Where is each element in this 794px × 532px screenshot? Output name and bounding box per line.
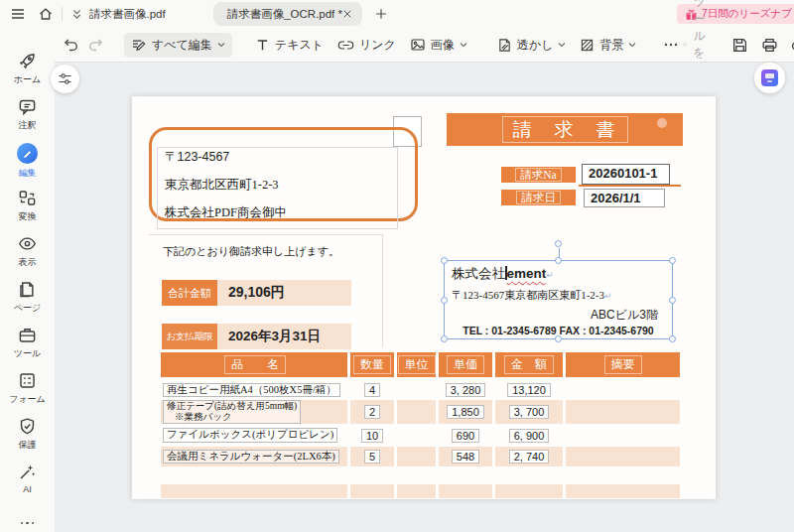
sender-company-line[interactable]: 株式会社ement↵ — [452, 265, 554, 283]
unit-cell[interactable] — [397, 447, 436, 466]
item-name-cell[interactable]: 修正テープ(詰め替え用5mm幅)※業務パック — [161, 400, 347, 424]
close-tab-icon[interactable] — [342, 9, 352, 19]
amount-cell[interactable]: 3, 700 — [495, 400, 563, 424]
menu-icon[interactable] — [10, 6, 26, 22]
save-icon[interactable] — [731, 37, 748, 54]
resize-handle-se[interactable] — [669, 335, 676, 342]
header-unit[interactable]: 単位 — [397, 352, 436, 377]
sender-address-line[interactable]: 〒123-4567東京都南区東町1-2-3↵ — [452, 288, 612, 303]
invoice-date-value[interactable]: 2026/1/1 — [584, 189, 665, 207]
quantity-cell[interactable]: 10 — [350, 426, 394, 445]
sidebar-item-comment[interactable]: 注釈 — [0, 97, 55, 143]
total-value[interactable]: 29,106円 — [228, 284, 285, 302]
note-cell[interactable] — [566, 426, 680, 445]
eye-icon — [18, 234, 37, 253]
sidebar-item-page[interactable]: ページ — [0, 280, 55, 326]
edit-all-button[interactable]: すべて編集 — [124, 33, 232, 58]
titlebar: 請求書画像.pdf 請求書画像_OCR.pdf * 7日間のリーズナブ — [0, 0, 794, 28]
resize-handle-sw[interactable] — [441, 335, 448, 342]
resize-handle-w[interactable] — [441, 297, 448, 304]
sidebar-item-home[interactable]: ホーム — [0, 52, 55, 97]
quantity-cell[interactable]: 5 — [350, 447, 394, 466]
unit-price-cell[interactable]: 690 — [439, 426, 492, 445]
amount-cell[interactable]: 13,120 — [495, 379, 563, 401]
resize-handle-nw[interactable] — [441, 257, 448, 264]
sidebar-more-icon[interactable] — [0, 522, 55, 525]
unit-cell[interactable] — [397, 400, 436, 424]
paragraph-mark: ↵ — [604, 291, 612, 301]
header-note[interactable]: 摘要 — [566, 352, 680, 377]
invoice-title-banner[interactable]: 請 求 書 — [447, 113, 683, 146]
undo-icon[interactable] — [59, 33, 83, 58]
header-item-name[interactable]: 品 名 — [161, 352, 347, 377]
table-row: 修正テープ(詰め替え用5mm幅)※業務パック 2 1,850 3, 700 — [161, 400, 680, 424]
greeting-text[interactable]: 下記のとおり御請求申し上げます。 — [163, 244, 339, 259]
resize-handle-e[interactable] — [669, 297, 676, 304]
print-icon[interactable] — [761, 37, 778, 54]
due-label-box[interactable]: お支払期限 — [162, 324, 217, 349]
more-tools-icon[interactable] — [659, 33, 683, 57]
sidebar-item-ai[interactable]: AI — [0, 463, 55, 508]
note-cell[interactable] — [566, 379, 680, 401]
watermark-button[interactable]: 透かし — [490, 33, 574, 58]
invoice-no-label-box[interactable]: 請求Na — [501, 167, 576, 183]
collapse-tabs-icon[interactable] — [70, 8, 83, 21]
sidebar-item-protect[interactable]: 保護 — [0, 417, 55, 463]
due-value[interactable]: 2026年3月31日 — [228, 328, 321, 345]
sidebar-item-tools[interactable]: ツール — [0, 326, 55, 371]
image-button[interactable]: 画像 — [403, 33, 474, 58]
sidebar-item-view[interactable]: 表示 — [0, 234, 55, 280]
recipient-address[interactable]: 東京都北区西町1-2-3 — [165, 177, 279, 194]
amount-cell[interactable]: 2, 740 — [495, 447, 563, 466]
quantity-cell[interactable]: 2 — [350, 400, 394, 424]
invoice-date-label-box[interactable]: 請求日 — [501, 190, 576, 205]
unit-price-cell[interactable]: 3, 280 — [439, 379, 492, 401]
image-icon — [410, 37, 426, 53]
header-unit-price[interactable]: 単価 — [439, 352, 492, 377]
unit-cell[interactable] — [397, 426, 436, 445]
note-cell[interactable] — [566, 447, 680, 466]
view-settings-button[interactable] — [51, 65, 79, 93]
header-amount[interactable]: 金 額 — [495, 352, 563, 377]
image-label: 画像 — [431, 37, 455, 54]
text-button[interactable]: テキスト — [248, 33, 331, 58]
sidebar-item-convert[interactable]: 変換 — [0, 189, 55, 234]
table-row: 会議用ミネラルウォーター(2LX6本) 5 548 2, 740 — [161, 447, 680, 466]
sender-text-edit-box[interactable]: 株式会社ement↵ 〒123-4567東京都南区東町1-2-3↵ ABCビル3… — [444, 260, 673, 339]
item-name-cell[interactable]: ファイルボックス(ポリプロピレン) — [161, 426, 347, 445]
item-name-cell[interactable]: 再生コピー用紙A4（500枚X5冊/箱） — [161, 379, 347, 401]
cloud-upload-icon[interactable] — [791, 36, 794, 54]
sidebar-item-form[interactable]: フォーム — [0, 371, 55, 417]
edit-pencil-icon — [17, 143, 38, 164]
redo-icon[interactable] — [83, 33, 108, 58]
quantity-cell[interactable]: 4 — [350, 379, 394, 401]
unit-price-cell[interactable]: 1,850 — [439, 400, 492, 424]
sender-building[interactable]: ABCビル3階 — [591, 307, 658, 324]
unit-price-cell[interactable]: 548 — [439, 447, 492, 466]
rotate-handle[interactable] — [555, 240, 562, 247]
sidebar-item-edit[interactable]: 編集 — [0, 143, 55, 189]
link-button[interactable]: リンク — [331, 33, 403, 58]
home-icon[interactable] — [38, 6, 54, 22]
amount-cell[interactable]: 6, 900 — [495, 426, 563, 445]
unit-cell[interactable] — [397, 379, 436, 401]
ai-assistant-button[interactable] — [754, 63, 785, 93]
ocr-guide-line — [149, 234, 382, 235]
note-cell[interactable] — [566, 400, 680, 424]
resize-handle-n[interactable] — [555, 257, 562, 264]
tab-invoice-image-ocr[interactable]: 請求書画像_OCR.pdf * — [213, 2, 362, 26]
recipient-postal[interactable]: 〒123-4567 — [165, 149, 229, 166]
resize-handle-s[interactable] — [555, 335, 562, 342]
background-button[interactable]: 背景 — [573, 33, 643, 58]
tab-invoice-image[interactable]: 請求書画像.pdf — [89, 7, 166, 22]
item-name-cell[interactable]: 会議用ミネラルウォーター(2LX6本) — [161, 447, 347, 466]
invoice-no-value[interactable]: 20260101-1 — [582, 164, 670, 185]
sender-tel[interactable]: TEL : 01-2345-6789 FAX : 01-2345-6790 — [445, 325, 672, 336]
recipient-company[interactable]: 株式会社PDF商会御中 — [165, 204, 287, 221]
resize-handle-ne[interactable] — [669, 257, 676, 264]
header-quantity[interactable]: 数量 — [350, 352, 394, 377]
total-label-box[interactable]: 合計金額 — [162, 280, 217, 306]
rocket-icon — [18, 52, 37, 70]
chevron-down-icon — [628, 42, 636, 48]
new-tab-icon[interactable] — [374, 7, 388, 21]
